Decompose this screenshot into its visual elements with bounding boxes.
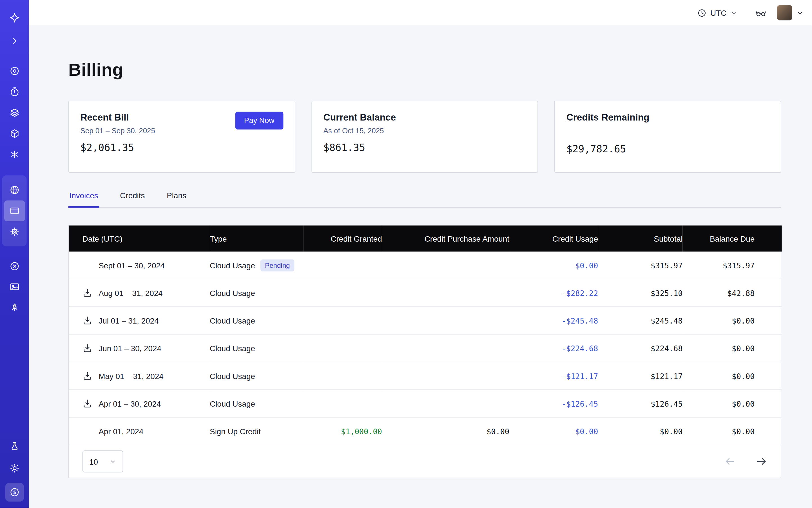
rocket-icon xyxy=(9,303,19,313)
timezone-label: UTC xyxy=(710,8,726,17)
table-row: May 01 – 31, 2024 Cloud Usage -$121.17 $… xyxy=(69,362,782,389)
sidebar-item-credits[interactable]: $ xyxy=(5,483,24,502)
table-row: Apr 01 – 30, 2024 Cloud Usage -$126.45 $… xyxy=(69,390,782,417)
sidebar-item-asterisk[interactable] xyxy=(4,144,25,165)
invoice-date: Jul 01 – 31, 2024 xyxy=(98,316,159,325)
invoice-type: Cloud Usage xyxy=(210,399,255,408)
glasses-icon xyxy=(755,7,767,18)
glasses-button[interactable] xyxy=(755,7,767,18)
sun-icon xyxy=(9,463,19,473)
table-row: Sept 01 – 30, 2024 Cloud Usage Pending $… xyxy=(69,251,782,279)
credit-purchase-value: $0.00 xyxy=(486,427,509,436)
previous-page-button[interactable] xyxy=(724,456,736,467)
header-balance-due: Balance Due xyxy=(682,225,781,252)
invoice-date: Apr 01 – 30, 2024 xyxy=(98,399,161,408)
credit-usage-value: -$224.68 xyxy=(562,344,598,352)
credit-usage-value: $0.00 xyxy=(575,427,598,436)
flask-icon xyxy=(9,441,19,452)
tab-credits[interactable]: Credits xyxy=(119,186,146,208)
sidebar-item-theme[interactable] xyxy=(4,458,25,479)
subtotal-value: $245.48 xyxy=(651,316,682,325)
credit-usage-value: -$282.22 xyxy=(562,289,598,297)
subtotal-value: $126.45 xyxy=(651,399,682,408)
table-footer: 10 xyxy=(69,444,781,477)
page-size-select[interactable]: 10 xyxy=(83,451,123,472)
chevron-down-icon xyxy=(730,9,737,16)
tab-invoices[interactable]: Invoices xyxy=(69,186,99,208)
credit-usage-value: -$121.17 xyxy=(562,372,598,380)
avatar[interactable] xyxy=(777,5,792,20)
download-invoice-icon[interactable] xyxy=(83,371,92,381)
sidebar-item-target[interactable] xyxy=(4,60,25,81)
asterisk-icon xyxy=(9,149,19,160)
invoice-type: Cloud Usage xyxy=(210,316,255,325)
table-row: Apr 01, 2024 Sign Up Credit $1,000.00 $0… xyxy=(69,417,782,444)
credit-usage-value: $0.00 xyxy=(575,261,598,270)
invoice-date: Apr 01, 2024 xyxy=(98,427,143,436)
current-balance-as-of: As of Oct 15, 2025 xyxy=(324,126,526,135)
target-icon xyxy=(9,66,19,76)
credit-usage-value: -$126.45 xyxy=(562,399,598,408)
download-invoice-icon[interactable] xyxy=(83,343,92,353)
chevron-right-icon xyxy=(10,36,19,45)
account-menu-chevron-icon[interactable] xyxy=(796,9,804,16)
timezone-selector[interactable]: UTC xyxy=(697,8,737,17)
sidebar-item-network[interactable] xyxy=(4,180,25,201)
invoice-type: Cloud Usage xyxy=(210,344,255,353)
current-balance-card: Current Balance As of Oct 15, 2025 $861.… xyxy=(311,101,538,173)
header-credit-granted: Credit Granted xyxy=(304,225,382,252)
chevron-down-icon xyxy=(110,458,116,465)
download-invoice-icon[interactable] xyxy=(83,288,92,298)
subtotal-value: $0.00 xyxy=(660,427,682,436)
balance-due-value: $0.00 xyxy=(732,399,755,408)
invoice-type: Cloud Usage xyxy=(210,288,255,297)
tab-plans[interactable]: Plans xyxy=(166,186,187,208)
invoices-table: Date (UTC) Type Credit Granted Credit Pu… xyxy=(69,225,781,478)
clock-icon xyxy=(697,8,707,17)
sidebar-logo[interactable] xyxy=(4,7,25,28)
table-row: Jul 01 – 31, 2024 Cloud Usage -$245.48 $… xyxy=(69,307,782,334)
subtotal-value: $315.97 xyxy=(651,261,682,270)
sidebar-item-cube[interactable] xyxy=(4,123,25,144)
sidebar-item-terminate[interactable] xyxy=(4,256,25,277)
header-date: Date (UTC) xyxy=(69,225,210,252)
credits-remaining-title: Credits Remaining xyxy=(566,112,769,123)
sidebar-item-labs[interactable] xyxy=(4,436,25,457)
topbar: UTC xyxy=(29,0,812,26)
table-row: Aug 01 – 31, 2024 Cloud Usage -$282.22 $… xyxy=(69,279,782,307)
pagination xyxy=(724,456,767,467)
invoice-date: Jun 01 – 30, 2024 xyxy=(98,344,161,353)
dollar-icon: $ xyxy=(9,487,19,497)
balance-due-value: $42.88 xyxy=(727,289,755,297)
current-balance-title: Current Balance xyxy=(324,112,526,123)
next-page-button[interactable] xyxy=(756,456,767,467)
pay-now-button[interactable]: Pay Now xyxy=(235,112,283,130)
logo-icon xyxy=(9,12,19,23)
balance-due-value: $0.00 xyxy=(732,316,755,325)
invoice-date: Aug 01 – 31, 2024 xyxy=(98,288,163,297)
recent-bill-card: Recent Bill Sep 01 – Sep 30, 2025 $2,061… xyxy=(69,101,295,173)
header-subtotal: Subtotal xyxy=(598,225,682,252)
app-window: $ UTC Billing Recent Bill Sep 01 – Sep 3… xyxy=(0,0,812,508)
download-invoice-icon[interactable] xyxy=(83,398,92,408)
balance-due-value: $315.97 xyxy=(723,261,755,270)
download-invoice-icon[interactable] xyxy=(83,315,92,325)
balance-due-value: $0.00 xyxy=(732,344,755,352)
current-balance-amount: $861.35 xyxy=(324,141,526,153)
header-credit-usage: Credit Usage xyxy=(509,225,598,252)
sidebar-collapse-button[interactable] xyxy=(4,31,25,51)
cube-icon xyxy=(9,128,19,139)
subtotal-value: $325.10 xyxy=(651,289,682,297)
sidebar-item-billing[interactable] xyxy=(4,201,25,221)
balance-due-value: $0.00 xyxy=(732,427,755,436)
billing-summary-cards: Recent Bill Sep 01 – Sep 30, 2025 $2,061… xyxy=(69,101,781,173)
credit-usage-value: -$245.48 xyxy=(562,316,598,325)
sidebar-item-settings[interactable] xyxy=(4,221,25,242)
sidebar-item-layers[interactable] xyxy=(4,102,25,123)
globe-icon xyxy=(9,185,19,195)
gear-icon xyxy=(9,226,19,237)
header-credit-purchase-amount: Credit Purchase Amount xyxy=(382,225,509,252)
sidebar-item-deployments[interactable] xyxy=(4,297,25,318)
sidebar-item-console[interactable] xyxy=(4,277,25,297)
sidebar-item-timer[interactable] xyxy=(4,81,25,102)
